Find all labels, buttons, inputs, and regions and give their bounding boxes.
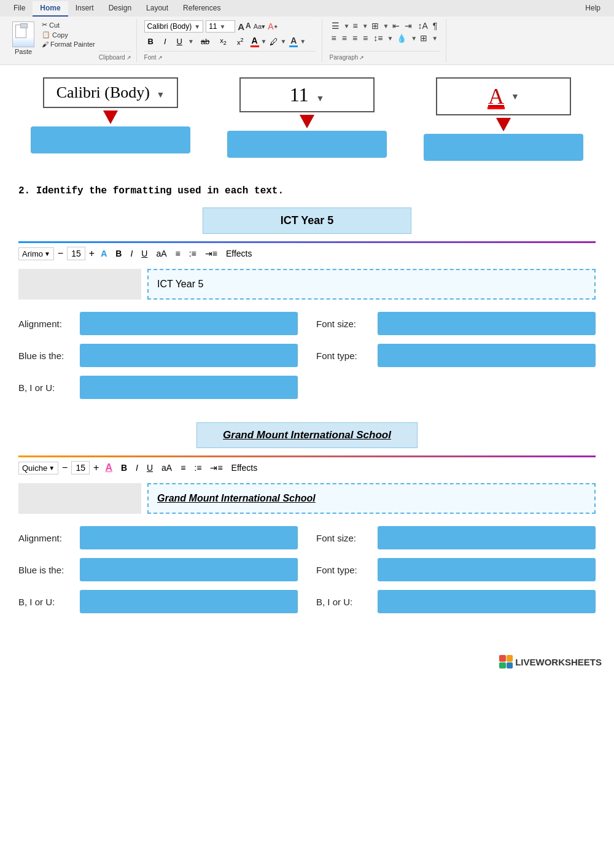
strikethrough-button[interactable]: ab	[197, 36, 213, 47]
text1-blue-label: Blue is the:	[18, 351, 74, 361]
list-buttons: ☰ ▼ ≡ ▼ ⊞ ▼	[330, 20, 389, 31]
aa-button[interactable]: Aa▾	[254, 23, 265, 31]
text1-indent-button[interactable]: ⇥≡	[203, 248, 220, 259]
copy-button[interactable]: 📋 Copy	[41, 30, 96, 39]
highlight-button[interactable]: 🖊	[270, 37, 278, 47]
text2-font-value: Quiche	[22, 463, 47, 473]
text2-biu1-input[interactable]	[80, 590, 298, 613]
font-label: Font ↗	[144, 54, 163, 61]
color-red-bar	[488, 107, 505, 109]
text2-size-value: 15	[71, 461, 90, 475]
clipboard-expand-icon[interactable]: ↗	[126, 55, 131, 61]
text1-alignment-input[interactable]	[80, 312, 298, 335]
text2-italic-button[interactable]: I	[133, 462, 141, 473]
answer-box-color[interactable]	[424, 134, 583, 161]
text1-biu-input[interactable]	[80, 376, 298, 399]
tab-references[interactable]: References	[176, 1, 228, 17]
line-spacing-button[interactable]: ↕≡	[371, 33, 384, 44]
text1-fontsize-label: Font size:	[316, 319, 371, 329]
text1-list-button[interactable]: :≡	[187, 248, 199, 259]
tab-file[interactable]: File	[6, 1, 33, 17]
text2-font-selector[interactable]: Quiche ▼	[18, 462, 58, 475]
text1-align-button[interactable]: ≡	[173, 248, 183, 259]
decrease-indent-button[interactable]: ⇤	[391, 20, 402, 31]
text1-italic-button[interactable]: I	[128, 248, 135, 259]
paste-icon	[12, 21, 34, 47]
tab-design[interactable]: Design	[101, 1, 139, 17]
font-grow-button[interactable]: A	[238, 21, 244, 32]
diagram-area: Calibri (Body) ▼ 11 ▼ A ▼	[0, 65, 614, 173]
superscript-button[interactable]: x2	[233, 36, 247, 47]
text2-bold-button[interactable]: B	[119, 462, 130, 473]
text1-fontsize-input[interactable]	[378, 312, 596, 335]
bold-button[interactable]: B	[144, 36, 157, 47]
shading-area: 💧 ▼ ⊞ ▼	[395, 33, 438, 44]
tab-insert[interactable]: Insert	[68, 1, 101, 17]
clipboard-group-footer: Clipboard ↗	[99, 48, 131, 61]
format-painter-label: Format Painter	[50, 41, 95, 48]
text2-sample-container: Grand Mount International School	[18, 422, 596, 448]
text2-biu2-input[interactable]	[378, 590, 596, 613]
paragraph-expand-icon[interactable]: ↗	[359, 55, 364, 61]
font-shrink-button[interactable]: A	[246, 21, 251, 32]
cut-button[interactable]: ✂ Cut	[41, 20, 96, 29]
clear-format-icon: A	[268, 21, 273, 31]
font-color-button[interactable]: A	[251, 36, 259, 47]
text1-font-selector[interactable]: Arimo ▼	[18, 247, 54, 260]
text2-alignment-input[interactable]	[80, 526, 298, 549]
text2-preview-left	[18, 483, 141, 514]
underline-area: U ▼	[173, 36, 194, 47]
text2-underline-button[interactable]: U	[144, 462, 155, 473]
text2-fonttype-input[interactable]	[378, 558, 596, 581]
format-painter-button[interactable]: 🖌 Format Painter	[41, 40, 96, 48]
numbering-button[interactable]: ≡	[351, 20, 359, 31]
text2-indent-button[interactable]: ⇥≡	[208, 462, 225, 473]
paragraph-mark-button[interactable]: ¶	[431, 20, 440, 31]
text1-bold-button[interactable]: B	[113, 248, 124, 259]
align-right-button[interactable]: ≡	[351, 33, 359, 44]
text1-blue-input[interactable]	[80, 344, 298, 367]
text2-list-button[interactable]: :≡	[192, 462, 204, 473]
text2-increase-size[interactable]: +	[93, 462, 99, 473]
answer-box-size[interactable]	[227, 131, 387, 158]
text2-decrease-size[interactable]: −	[62, 462, 68, 473]
color-a-icon: A	[488, 83, 505, 109]
text1-section: ICT Year 5 Arimo ▼ − 15 + A B I U aA ≡ :…	[18, 207, 596, 408]
outline-button[interactable]: ⊞	[370, 20, 381, 31]
answer-box-font[interactable]	[31, 126, 190, 153]
align-center-button[interactable]: ≡	[340, 33, 349, 44]
lws-sq-1	[499, 655, 506, 662]
tab-home[interactable]: Home	[33, 1, 68, 17]
underline-button[interactable]: U	[173, 36, 186, 47]
borders-button[interactable]: ⊞	[418, 33, 429, 44]
text1-effects-button[interactable]: Effects	[223, 248, 255, 259]
text2-fontsize-input[interactable]	[378, 526, 596, 549]
font-family-selector[interactable]: Calibri (Body) ▼	[144, 20, 204, 33]
text2-case-button[interactable]: aA	[159, 462, 174, 473]
text1-underline-button[interactable]: U	[139, 248, 150, 259]
text2-font-color-button[interactable]: A	[103, 462, 115, 474]
text2-blue-input[interactable]	[80, 558, 298, 581]
justify-button[interactable]: ≡	[361, 33, 370, 44]
text2-align-button[interactable]: ≡	[178, 462, 188, 473]
subscript-button[interactable]: x2	[216, 36, 230, 47]
text1-increase-size[interactable]: +	[89, 248, 95, 259]
font-color2-button[interactable]: A	[289, 36, 298, 47]
font-size-selector[interactable]: 11 ▼	[206, 20, 235, 33]
shading-button[interactable]: 💧	[395, 33, 408, 44]
text2-effects-button[interactable]: Effects	[229, 462, 260, 473]
bullets-button[interactable]: ☰	[330, 20, 341, 31]
clear-format-button[interactable]: A ✦	[268, 21, 278, 31]
text1-fonttype-input[interactable]	[378, 344, 596, 367]
align-left-button[interactable]: ≡	[330, 33, 338, 44]
paste-button[interactable]: Paste	[12, 21, 34, 55]
increase-indent-button[interactable]: ⇥	[403, 20, 414, 31]
text1-decrease-size[interactable]: −	[58, 248, 63, 259]
tab-layout[interactable]: Layout	[139, 1, 176, 17]
tab-help[interactable]: Help	[578, 1, 608, 17]
font-expand-icon[interactable]: ↗	[158, 55, 163, 61]
text1-case-button[interactable]: aA	[154, 248, 169, 259]
italic-button[interactable]: I	[160, 36, 170, 47]
text1-font-color-button[interactable]: A	[98, 248, 109, 259]
sort-button[interactable]: ↕A	[416, 20, 429, 31]
